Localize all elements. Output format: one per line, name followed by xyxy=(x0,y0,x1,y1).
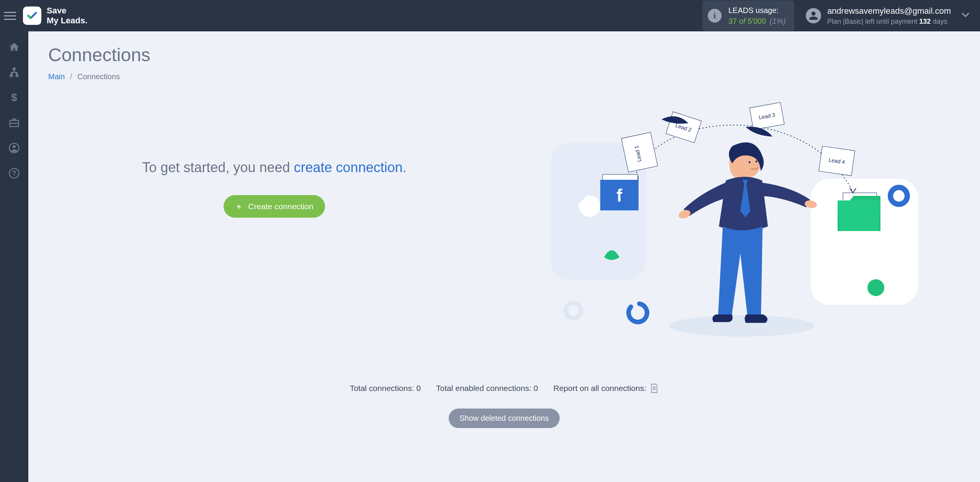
stats-row: Total connections: 0 Total enabled conne… xyxy=(48,383,960,393)
sidebar: $ ? xyxy=(0,31,28,482)
brand-logo[interactable] xyxy=(23,7,41,25)
leads-usage-panel: i LEADS usage: 37 of 5'000 (1%) xyxy=(702,0,794,31)
empty-state-text: To get started, you need create connecti… xyxy=(48,158,500,177)
report-download-button[interactable] xyxy=(650,383,658,393)
svg-point-9 xyxy=(566,303,581,318)
svg-text:$: $ xyxy=(11,92,17,103)
sidebar-item-home[interactable] xyxy=(8,41,21,54)
create-connection-link[interactable]: create connection xyxy=(294,160,403,175)
home-icon xyxy=(8,41,20,53)
svg-text:?: ? xyxy=(12,169,16,177)
breadcrumb-main[interactable]: Main xyxy=(48,72,65,81)
question-icon: ? xyxy=(8,168,20,179)
brand-line2: My Leads xyxy=(47,16,87,26)
stat-total-value: 0 xyxy=(416,384,421,392)
stat-enabled-value: 0 xyxy=(534,384,538,392)
empty-state: To get started, you need create connecti… xyxy=(48,96,500,218)
info-icon: i xyxy=(708,9,722,23)
avatar[interactable] xyxy=(806,8,821,23)
create-connection-button-label: Create connection xyxy=(248,202,313,211)
breadcrumb-current: Connections xyxy=(77,72,120,81)
svg-point-24 xyxy=(755,161,757,163)
sidebar-item-connections[interactable] xyxy=(8,66,21,79)
create-connection-button[interactable]: ＋ Create connection xyxy=(224,195,325,218)
breadcrumb-separator: / xyxy=(70,72,72,81)
shell: $ ? Connections Main / Connections To ge… xyxy=(0,31,980,482)
sitemap-icon xyxy=(8,67,20,78)
illustration-svg: f Lead 1 xyxy=(547,96,922,357)
main-content: Connections Main / Connections To get st… xyxy=(28,31,980,482)
stat-total: Total connections: 0 xyxy=(350,384,421,393)
illustration: f Lead 1 xyxy=(508,96,960,357)
topbar: Save My Leads i LEADS usage: 37 of 5'000… xyxy=(0,0,980,31)
usage-limit: 5'000 xyxy=(748,17,766,25)
briefcase-icon xyxy=(8,117,20,129)
content-row: To get started, you need create connecti… xyxy=(48,96,960,357)
sidebar-item-billing[interactable]: $ xyxy=(8,91,21,104)
chevron-down-icon xyxy=(962,12,969,18)
stat-report: Report on all connections: xyxy=(554,383,659,393)
show-deleted-button[interactable]: Show deleted connections xyxy=(449,409,560,428)
account-text: andrewsavemyleads@gmail.com Plan |Basic|… xyxy=(827,5,951,26)
brand-line1: Save xyxy=(47,6,87,16)
account-section: andrewsavemyleads@gmail.com Plan |Basic|… xyxy=(806,5,951,26)
sidebar-item-help[interactable]: ? xyxy=(8,167,21,180)
account-plan: Plan |Basic| left until payment 132 days xyxy=(827,17,951,26)
svg-text:f: f xyxy=(616,186,622,205)
sidebar-item-briefcase[interactable] xyxy=(8,116,21,129)
brand-name: Save My Leads xyxy=(47,6,87,26)
usage-text: LEADS usage: 37 of 5'000 (1%) xyxy=(728,5,786,26)
breadcrumb: Main / Connections xyxy=(48,72,960,81)
account-email: andrewsavemyleads@gmail.com xyxy=(827,5,951,17)
account-menu-toggle[interactable] xyxy=(962,12,969,19)
svg-point-22 xyxy=(669,315,815,337)
sidebar-item-profile[interactable] xyxy=(8,142,21,155)
page-title: Connections xyxy=(48,44,960,65)
menu-toggle-button[interactable] xyxy=(4,10,16,22)
stat-enabled: Total enabled connections: 0 xyxy=(436,384,538,393)
usage-percent: (1%) xyxy=(770,17,786,25)
user-icon xyxy=(808,11,818,21)
document-icon xyxy=(650,383,658,393)
dollar-icon: $ xyxy=(8,92,20,103)
svg-point-8 xyxy=(867,279,884,296)
user-circle-icon xyxy=(8,142,20,154)
plus-icon: ＋ xyxy=(235,201,243,212)
usage-used: 37 xyxy=(728,17,737,25)
checkmark-icon xyxy=(26,10,38,21)
usage-label: LEADS usage: xyxy=(728,5,786,16)
svg-point-23 xyxy=(748,161,750,163)
svg-point-2 xyxy=(13,145,16,148)
